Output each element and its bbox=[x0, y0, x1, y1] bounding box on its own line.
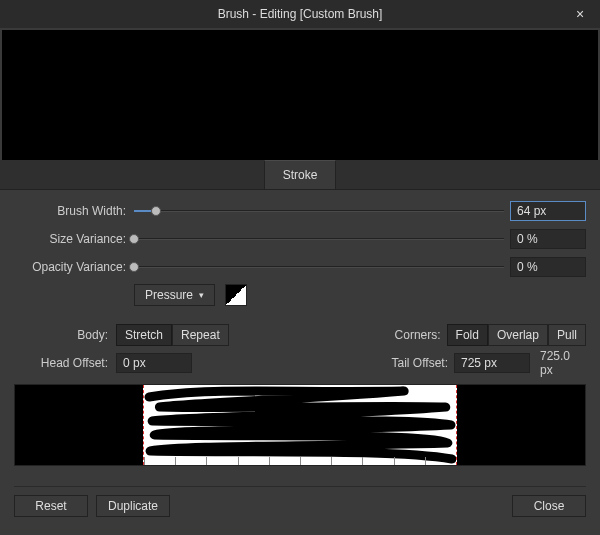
chevron-down-icon: ▾ bbox=[199, 290, 204, 300]
row-opacity-variance: Opacity Variance: 0 % bbox=[14, 256, 586, 278]
row-offsets: Head Offset: 0 px Tail Offset: 725 px 72… bbox=[14, 352, 586, 374]
strip-tail-zone bbox=[457, 385, 585, 465]
body-repeat-button[interactable]: Repeat bbox=[172, 324, 229, 346]
tab-bar: Stroke bbox=[0, 160, 600, 190]
strip-ruler bbox=[144, 457, 456, 465]
brush-width-slider[interactable] bbox=[134, 204, 504, 218]
row-body-corners: Body: Stretch Repeat Corners: Fold Overl… bbox=[14, 324, 586, 346]
row-size-variance: Size Variance: 0 % bbox=[14, 228, 586, 250]
stroke-panel: Brush Width: 64 px Size Variance: 0 % Op… bbox=[0, 190, 600, 535]
head-offset-value[interactable]: 0 px bbox=[116, 353, 192, 373]
brush-width-label: Brush Width: bbox=[14, 204, 128, 218]
size-variance-label: Size Variance: bbox=[14, 232, 128, 246]
corners-label: Corners: bbox=[395, 328, 441, 342]
row-controller: Pressure ▾ bbox=[14, 284, 586, 306]
opacity-variance-slider[interactable] bbox=[134, 260, 504, 274]
row-brush-width: Brush Width: 64 px bbox=[14, 200, 586, 222]
brush-texture-strip[interactable] bbox=[14, 384, 586, 466]
head-offset-label: Head Offset: bbox=[14, 356, 110, 370]
corners-pull-button[interactable]: Pull bbox=[548, 324, 586, 346]
tail-offset-label: Tail Offset: bbox=[392, 356, 448, 370]
reset-button[interactable]: Reset bbox=[14, 495, 88, 517]
close-button[interactable]: Close bbox=[512, 495, 586, 517]
footer-buttons: Reset Duplicate Close bbox=[14, 495, 586, 521]
brush-scribble-icon bbox=[144, 385, 456, 465]
strip-body-zone bbox=[143, 385, 457, 465]
corners-overlap-button[interactable]: Overlap bbox=[488, 324, 548, 346]
body-label: Body: bbox=[14, 328, 110, 342]
body-mode-group: Stretch Repeat bbox=[116, 324, 229, 346]
close-icon[interactable]: × bbox=[560, 0, 600, 28]
opacity-variance-value[interactable]: 0 % bbox=[510, 257, 586, 277]
opacity-variance-label: Opacity Variance: bbox=[14, 260, 128, 274]
strip-head-zone bbox=[15, 385, 143, 465]
divider bbox=[14, 486, 586, 487]
size-variance-slider[interactable] bbox=[134, 232, 504, 246]
controller-curve-icon[interactable] bbox=[225, 284, 247, 306]
brush-editor-window: Brush - Editing [Custom Brush] × Stroke … bbox=[0, 0, 600, 535]
stroke-preview bbox=[2, 30, 598, 160]
titlebar: Brush - Editing [Custom Brush] × bbox=[0, 0, 600, 28]
corners-mode-group: Fold Overlap Pull bbox=[447, 324, 586, 346]
duplicate-button[interactable]: Duplicate bbox=[96, 495, 170, 517]
tab-stroke[interactable]: Stroke bbox=[264, 160, 337, 189]
tail-offset-max: 725.0 px bbox=[536, 349, 586, 377]
corners-fold-button[interactable]: Fold bbox=[447, 324, 488, 346]
window-title: Brush - Editing [Custom Brush] bbox=[0, 7, 600, 21]
body-stretch-button[interactable]: Stretch bbox=[116, 324, 172, 346]
tail-offset-value[interactable]: 725 px bbox=[454, 353, 530, 373]
controller-dropdown[interactable]: Pressure ▾ bbox=[134, 284, 215, 306]
brush-width-value[interactable]: 64 px bbox=[510, 201, 586, 221]
size-variance-value[interactable]: 0 % bbox=[510, 229, 586, 249]
controller-label: Pressure bbox=[145, 288, 193, 302]
